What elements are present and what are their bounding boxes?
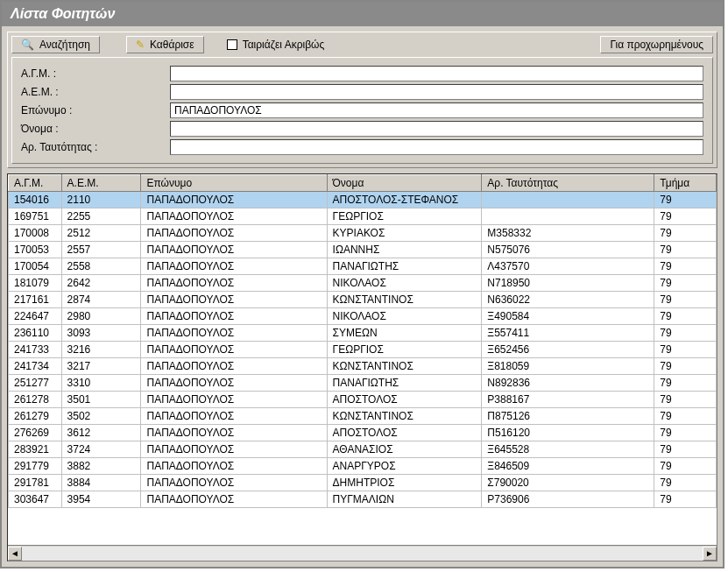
col-onoma[interactable]: Όνομα — [327, 175, 482, 192]
advanced-button-label: Για προχωρημένους — [610, 39, 703, 51]
table-row[interactable]: 2762693612ΠΑΠΑΔΟΠΟΥΛΟΣΑΠΟΣΤΟΛΟΣΠ51612079 — [9, 425, 717, 441]
cell-aem: 3217 — [61, 358, 141, 375]
col-agm[interactable]: Α.Γ.Μ. — [9, 175, 62, 192]
table-row[interactable]: 2361103093ΠΑΠΑΔΟΠΟΥΛΟΣΣΥΜΕΩΝΞ55741179 — [9, 325, 717, 342]
table-header-row: Α.Γ.Μ. Α.Ε.Μ. Επώνυμο Όνομα Αρ. Ταυτότητ… — [9, 175, 717, 192]
search-button[interactable]: 🔍 Αναζήτηση — [11, 36, 100, 53]
table-row[interactable]: 2417333216ΠΑΠΑΔΟΠΟΥΛΟΣΓΕΩΡΓΙΟΣΞ65245679 — [9, 342, 717, 358]
advanced-button[interactable]: Για προχωρημένους — [600, 36, 713, 53]
table-row[interactable]: 2512773310ΠΑΠΑΔΟΠΟΥΛΟΣΠΑΝΑΓΙΩΤΗΣΝ8928367… — [9, 375, 717, 392]
toolbar: 🔍 Αναζήτηση ✎ Καθάρισε Ταιριάζει Ακριβώς… — [11, 36, 713, 53]
table-row[interactable]: 2246472980ΠΑΠΑΔΟΠΟΥΛΟΣΝΙΚΟΛΑΟΣΞ49058479 — [9, 308, 717, 325]
cell-aem: 2980 — [61, 308, 141, 325]
cell-agm: 154016 — [9, 192, 62, 208]
cell-tmima: 79 — [654, 375, 717, 392]
table-empty-area — [8, 508, 717, 545]
cell-eponimo: ΠΑΠΑΔΟΠΟΥΛΟΣ — [141, 258, 327, 275]
cell-agm: 303647 — [9, 491, 62, 508]
cell-tmima: 79 — [654, 491, 717, 508]
scroll-left-icon[interactable]: ◄ — [8, 547, 22, 561]
cell-agm: 261279 — [9, 408, 62, 425]
cell-aem: 3884 — [61, 475, 141, 491]
cell-aem: 3882 — [61, 458, 141, 475]
cell-onoma: ΑΠΟΣΤΟΛΟΣ — [327, 425, 482, 441]
table-row[interactable]: 2612783501ΠΑΠΑΔΟΠΟΥΛΟΣΑΠΟΣΤΟΛΟΣΡ38816779 — [9, 392, 717, 408]
cell-ar_taut: Λ437570 — [482, 258, 654, 275]
table-row[interactable]: 1697512255ΠΑΠΑΔΟΠΟΥΛΟΣΓΕΩΡΓΙΟΣ79 — [9, 208, 717, 225]
exact-match-label: Ταιριάζει Ακριβώς — [243, 39, 325, 51]
cell-onoma: ΚΩΝΣΤΑΝΤΙΝΟΣ — [327, 358, 482, 375]
eponimo-label: Επώνυμο : — [21, 104, 170, 117]
table-row[interactable]: 2917813884ΠΑΠΑΔΟΠΟΥΛΟΣΔΗΜΗΤΡΙΟΣΣ79002079 — [9, 475, 717, 491]
cell-tmima: 79 — [654, 358, 717, 375]
cell-aem: 3502 — [61, 408, 141, 425]
horizontal-scrollbar[interactable]: ◄ ► — [8, 545, 717, 561]
cell-onoma: ΓΕΩΡΓΙΟΣ — [327, 208, 482, 225]
cell-tmima: 79 — [654, 441, 717, 458]
cell-ar_taut: Ν718950 — [482, 275, 654, 292]
col-eponimo[interactable]: Επώνυμο — [141, 175, 327, 192]
cell-aem: 2255 — [61, 208, 141, 225]
cell-eponimo: ΠΑΠΑΔΟΠΟΥΛΟΣ — [141, 308, 327, 325]
cell-eponimo: ΠΑΠΑΔΟΠΟΥΛΟΣ — [141, 425, 327, 441]
cell-tmima: 79 — [654, 475, 717, 491]
cell-eponimo: ΠΑΠΑΔΟΠΟΥΛΟΣ — [141, 475, 327, 491]
cell-ar_taut: Ξ846509 — [482, 458, 654, 475]
onoma-input[interactable] — [170, 121, 703, 137]
cell-ar_taut: Ν892836 — [482, 375, 654, 392]
col-tmima[interactable]: Τμήμα — [654, 175, 717, 192]
cell-ar_taut — [482, 208, 654, 225]
onoma-label: Όνομα : — [21, 123, 170, 135]
table-row[interactable]: 2612793502ΠΑΠΑΔΟΠΟΥΛΟΣΚΩΝΣΤΑΝΤΙΝΟΣΠ87512… — [9, 408, 717, 425]
table-row[interactable]: 2917793882ΠΑΠΑΔΟΠΟΥΛΟΣΑΝΑΡΓΥΡΟΣΞ84650979 — [9, 458, 717, 475]
exact-match-checkbox[interactable]: Ταιριάζει Ακριβώς — [227, 39, 325, 51]
table-row[interactable]: 2417343217ΠΑΠΑΔΟΠΟΥΛΟΣΚΩΝΣΤΑΝΤΙΝΟΣΞ81805… — [9, 358, 717, 375]
cell-tmima: 79 — [654, 242, 717, 258]
cell-aem: 2642 — [61, 275, 141, 292]
cell-onoma: ΚΩΝΣΤΑΝΤΙΝΟΣ — [327, 408, 482, 425]
table-row[interactable]: 2171612874ΠΑΠΑΔΟΠΟΥΛΟΣΚΩΝΣΤΑΝΤΙΝΟΣΝ63602… — [9, 292, 717, 308]
cell-ar_taut: Μ358332 — [482, 225, 654, 242]
cell-agm: 224647 — [9, 308, 62, 325]
cell-tmima: 79 — [654, 258, 717, 275]
cell-ar_taut: Σ790020 — [482, 475, 654, 491]
cell-tmima: 79 — [654, 408, 717, 425]
agm-input[interactable] — [170, 66, 703, 81]
cell-agm: 170008 — [9, 225, 62, 242]
cell-onoma: ΣΥΜΕΩΝ — [327, 325, 482, 342]
cell-eponimo: ΠΑΠΑΔΟΠΟΥΛΟΣ — [141, 342, 327, 358]
table-row[interactable]: 1700532557ΠΑΠΑΔΟΠΟΥΛΟΣΙΩΑΝΝΗΣΝ57507679 — [9, 242, 717, 258]
cell-aem: 2874 — [61, 292, 141, 308]
aem-input[interactable] — [170, 84, 703, 100]
cell-ar_taut: Ξ557411 — [482, 325, 654, 342]
scroll-track[interactable] — [22, 547, 703, 561]
cell-agm: 181079 — [9, 275, 62, 292]
cell-onoma: ΑΘΑΝΑΣΙΟΣ — [327, 441, 482, 458]
cell-eponimo: ΠΑΠΑΔΟΠΟΥΛΟΣ — [141, 192, 327, 208]
cell-tmima: 79 — [654, 208, 717, 225]
cell-aem: 3954 — [61, 491, 141, 508]
cell-ar_taut: Ν636022 — [482, 292, 654, 308]
cell-agm: 236110 — [9, 325, 62, 342]
table-row[interactable]: 2839213724ΠΑΠΑΔΟΠΟΥΛΟΣΑΘΑΝΑΣΙΟΣΞ64552879 — [9, 441, 717, 458]
student-list-window: Λίστα Φοιτητών 🔍 Αναζήτηση ✎ Καθάρισε Τα… — [0, 0, 724, 568]
scroll-right-icon[interactable]: ► — [703, 547, 717, 561]
table-row[interactable]: 3036473954ΠΑΠΑΔΟΠΟΥΛΟΣΠΥΓΜΑΛΙΩΝΡ73690679 — [9, 491, 717, 508]
ar-taut-input[interactable] — [170, 139, 703, 155]
clear-button[interactable]: ✎ Καθάρισε — [126, 36, 204, 53]
cell-onoma: ΝΙΚΟΛΑΟΣ — [327, 275, 482, 292]
cell-eponimo: ΠΑΠΑΔΟΠΟΥΛΟΣ — [141, 408, 327, 425]
cell-ar_taut: Π875126 — [482, 408, 654, 425]
cell-agm: 291779 — [9, 458, 62, 475]
table-row[interactable]: 1810792642ΠΑΠΑΔΟΠΟΥΛΟΣΝΙΚΟΛΑΟΣΝ71895079 — [9, 275, 717, 292]
table-row[interactable]: 1700542558ΠΑΠΑΔΟΠΟΥΛΟΣΠΑΝΑΓΙΩΤΗΣΛ4375707… — [9, 258, 717, 275]
cell-onoma: ΠΑΝΑΓΙΩΤΗΣ — [327, 258, 482, 275]
eponimo-input[interactable] — [170, 102, 703, 118]
table-row[interactable]: 1540162110ΠΑΠΑΔΟΠΟΥΛΟΣΑΠΟΣΤΟΛΟΣ-ΣΤΕΦΑΝΟΣ… — [9, 192, 717, 208]
col-ar-taut[interactable]: Αρ. Ταυτότητας — [482, 175, 654, 192]
cell-aem: 3310 — [61, 375, 141, 392]
cell-onoma: ΙΩΑΝΝΗΣ — [327, 242, 482, 258]
col-aem[interactable]: Α.Ε.Μ. — [61, 175, 141, 192]
cell-aem: 2110 — [61, 192, 141, 208]
table-row[interactable]: 1700082512ΠΑΠΑΔΟΠΟΥΛΟΣΚΥΡΙΑΚΟΣΜ35833279 — [9, 225, 717, 242]
